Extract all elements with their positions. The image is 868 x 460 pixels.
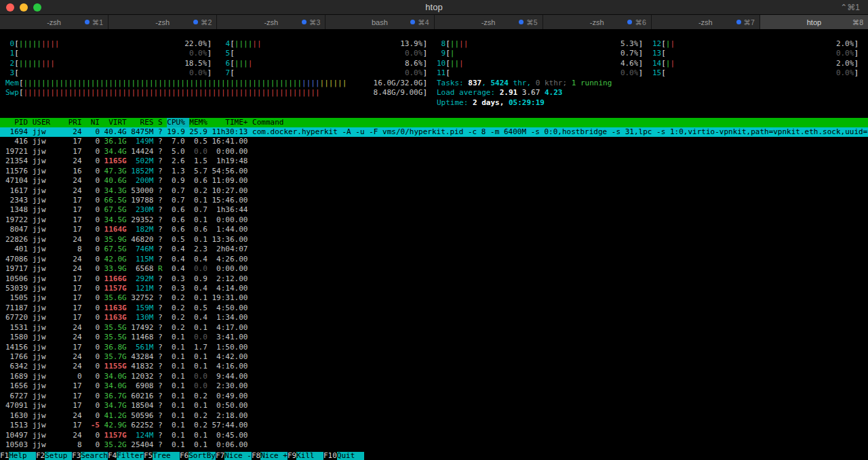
process-row-1694[interactable]: 1694jjw24040.4G8475M?19.925.911h30:13com… <box>0 127 868 137</box>
process-row-1656[interactable]: 1656jjw17034.0G6908?0.10.02:30.00 <box>0 381 868 391</box>
tab-2-zsh[interactable]: -zsh⌘2 <box>108 15 217 29</box>
cpu-bar: |||| <box>450 39 620 49</box>
process-row-6342[interactable]: 6342jjw2401155G41832?0.10.14:16.00 <box>0 362 868 371</box>
process-row-8047[interactable]: 8047jjw1701164G182M?0.60.61:44.00 <box>0 225 868 234</box>
fn-f6-sortby[interactable]: F6SortBy <box>180 452 216 460</box>
process-row-1689[interactable]: 1689jjw0034.0G12032?0.10.09:44.00 <box>0 372 868 381</box>
process-row-6727[interactable]: 6727jjw17036.7G60216?0.10.20:49.00 <box>0 392 868 401</box>
fn-f1-help[interactable]: F1Help <box>0 452 36 460</box>
fn-f9-kill[interactable]: F9Kill <box>288 452 323 460</box>
fn-key-label: F4 <box>108 452 117 460</box>
process-row-67720[interactable]: 67720jjw1701163G130M?0.20.41:34.00 <box>0 313 868 322</box>
process-row-14156[interactable]: 14156jjw17036.8G561M?0.11.71:50.00 <box>0 343 868 352</box>
process-row-10503[interactable]: 10503jjw8035.2G25404?0.10.10:06.00 <box>0 440 868 450</box>
cell-ni: 0 <box>86 323 104 333</box>
process-row-19721[interactable]: 19721jjw17034.4G14424?5.00.00:00.00 <box>0 147 868 156</box>
cell-pid: 1630 <box>5 411 33 421</box>
cell-virt: 34.4G <box>104 147 132 156</box>
process-row-47104[interactable]: 47104jjw24040.6G200M?0.90.611:09.00 <box>0 176 868 186</box>
cpu-percentage: 0.0% <box>836 49 854 58</box>
process-row-416[interactable]: 416jjw17036.1G149M?7.00.516:41.00 <box>0 137 868 146</box>
fn-f5-tree[interactable]: F5Tree <box>144 452 180 460</box>
tab-6-zsh[interactable]: -zsh⌘6 <box>543 15 652 29</box>
process-row-10506[interactable]: 10506jjw1701166G292M?0.30.92:12.00 <box>0 274 868 284</box>
window-titlebar: htop ⌃⌘1 <box>0 0 868 15</box>
minimize-button[interactable] <box>20 3 28 12</box>
cell-time: 0:50.00 <box>212 401 252 411</box>
process-row-1505[interactable]: 1505jjw17035.6G32752?0.20.119:31.00 <box>0 293 868 303</box>
process-row-19722[interactable]: 19722jjw17034.5G29352?0.60.10:00.00 <box>0 215 868 225</box>
cell-cmd <box>252 147 868 156</box>
cpu-percentage: 0.0% <box>189 68 208 78</box>
col-header-mem[interactable]: MEM% <box>189 118 212 127</box>
cell-time: 4:42.00 <box>212 352 252 362</box>
process-row-47086[interactable]: 47086jjw24042.0G115M?0.40.44:26.00 <box>0 255 868 264</box>
process-row-47091[interactable]: 47091jjw17034.7G18504?0.10.10:50.00 <box>0 401 868 411</box>
process-row-11576[interactable]: 11576jjw16047.3G1852M?1.35.754:56.00 <box>0 167 868 176</box>
col-header-time[interactable]: TIME+ <box>212 118 252 127</box>
process-row-1766[interactable]: 1766jjw24035.7G43284?0.10.14:42.00 <box>0 352 868 362</box>
process-row-19717[interactable]: 19717jjw24033.9G6568R0.40.00:00.00 <box>0 264 868 274</box>
tab-5-zsh[interactable]: -zsh⌘5 <box>435 15 543 29</box>
tab-1-zsh[interactable]: -zsh⌘1 <box>0 15 108 29</box>
cell-res: 18504 <box>131 401 158 411</box>
cell-cmd <box>252 245 868 254</box>
col-header-ni[interactable]: NI <box>86 118 104 127</box>
process-row-1531[interactable]: 1531jjw24035.5G17492?0.20.14:17.00 <box>0 323 868 333</box>
process-row-21354[interactable]: 21354jjw2401165G502M?2.61.51h19:48 <box>0 156 868 166</box>
process-row-10497[interactable]: 10497jjw2401157G124M?0.10.10:45.00 <box>0 431 868 440</box>
uptime-line: Uptime: 2 days, 05:29:19 <box>437 98 859 108</box>
process-row-1348[interactable]: 1348jjw17067.5G230M?0.60.71h36:44 <box>0 205 868 215</box>
process-row-22826[interactable]: 22826jjw24035.9G46820?0.50.113:36.00 <box>0 235 868 245</box>
fn-f4-filter[interactable]: F4Filter <box>108 452 144 460</box>
tab-7-zsh[interactable]: -zsh⌘7 <box>652 15 760 29</box>
cpu-percentage: 2.0% <box>836 59 854 68</box>
process-row-1630[interactable]: 1630jjw24041.2G50596?0.10.22:18.00 <box>0 411 868 421</box>
cell-user: jjw <box>33 167 68 176</box>
cell-cpu: 0.3 <box>167 284 189 293</box>
cell-ni: 0 <box>86 225 104 234</box>
col-header-virt[interactable]: VIRT <box>104 118 132 127</box>
fn-f10-quit[interactable]: F10Quit <box>323 452 364 460</box>
fn-f7-nice[interactable]: F7Nice - <box>216 452 252 460</box>
cell-cpu: 0.2 <box>167 313 189 322</box>
tab-4-bash[interactable]: bash⌘4 <box>326 15 434 29</box>
cell-s: ? <box>158 431 167 440</box>
process-row-1617[interactable]: 1617jjw24034.3G53000?0.70.210:27.00 <box>0 186 868 196</box>
col-header-pid[interactable]: PID <box>5 118 33 127</box>
process-row-53039[interactable]: 53039jjw1701157G121M?0.30.44:14.00 <box>0 284 868 293</box>
cell-cpu: 0.1 <box>167 440 189 450</box>
cell-res: 50596 <box>131 411 158 421</box>
cpu-number: 5 <box>221 49 230 58</box>
process-row-2343[interactable]: 2343jjw17066.5G19788?0.70.115:46.00 <box>0 196 868 205</box>
cell-pid: 14156 <box>5 343 33 352</box>
process-row-1513[interactable]: 1513jjw17-542.9G62252?0.10.257:44.00 <box>0 421 868 430</box>
fn-f2-setup[interactable]: F2Setup <box>36 452 72 460</box>
cpu-meter-1: 1[0.0%] <box>5 49 212 58</box>
tab-shortcut-hint: ⌘4 <box>418 18 429 26</box>
col-header-user[interactable]: USER <box>33 118 68 127</box>
cell-cpu: 19.9 <box>167 127 189 137</box>
fn-f3-search[interactable]: F3Search <box>72 452 108 460</box>
cell-res: 62252 <box>131 421 158 430</box>
cell-time: 2:18.00 <box>212 411 252 421</box>
zoom-button[interactable] <box>33 3 41 12</box>
fn-f8-nice[interactable]: F8Nice + <box>252 452 288 460</box>
mem-label: Mem <box>5 79 19 88</box>
cell-ni: 0 <box>86 167 104 176</box>
process-row-71187[interactable]: 71187jjw1701163G159M?0.20.54:50.00 <box>0 304 868 313</box>
col-header-res[interactable]: RES <box>131 118 158 127</box>
tab-8-htop[interactable]: htop⌘8 <box>760 15 868 29</box>
col-header-pri[interactable]: PRI <box>68 118 86 127</box>
cell-mem: 5.7 <box>189 167 212 176</box>
col-header-s[interactable]: S <box>158 118 167 127</box>
process-row-1580[interactable]: 1580jjw24035.5G11468?0.10.03:41.00 <box>0 333 868 342</box>
col-header-cmd[interactable]: Command <box>252 118 868 127</box>
col-header-cpu[interactable]: CPU% <box>167 118 189 127</box>
tab-3-zsh[interactable]: -zsh⌘3 <box>217 15 326 29</box>
cpu-meter-4: 4[||||||13.9%] <box>221 39 427 49</box>
close-button[interactable] <box>6 3 14 12</box>
cpu-percentage: 0.0% <box>189 49 208 58</box>
cell-cmd <box>252 421 868 430</box>
process-row-401[interactable]: 401jjw8067.5G746M?0.42.32h04:07 <box>0 245 868 254</box>
